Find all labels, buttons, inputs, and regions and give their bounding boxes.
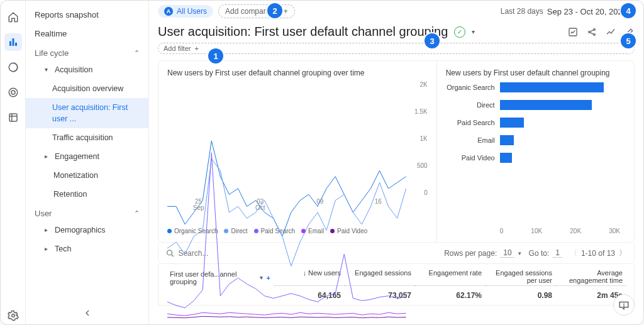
- bar-row: Paid Search: [446, 118, 620, 128]
- bar-label: Organic Search: [446, 84, 495, 91]
- library-icon[interactable]: [4, 109, 22, 126]
- svg-point-13: [624, 306, 625, 307]
- chevron-left-icon[interactable]: 〈: [570, 248, 577, 258]
- goto-value[interactable]: 1: [553, 248, 562, 258]
- chart-title: New users by First user default channel …: [167, 69, 428, 77]
- svg-point-11: [594, 33, 596, 35]
- reports-icon[interactable]: [4, 33, 22, 51]
- segment-all-users[interactable]: A All Users: [158, 5, 213, 18]
- callout-3: 3: [425, 33, 440, 48]
- sidebar-tech[interactable]: ▸ Tech: [26, 240, 148, 258]
- bar-chart-plot: Organic SearchDirectPaid SearchEmailPaid…: [446, 82, 625, 226]
- gear-icon[interactable]: [4, 307, 22, 324]
- sidebar-section-label: User: [35, 209, 52, 218]
- caret-right-icon: ▸: [45, 151, 52, 162]
- bar-label: Direct: [446, 101, 495, 109]
- sidebar-engagement[interactable]: ▸ Engagement: [26, 147, 148, 166]
- page-title: User acquisition: First user default cha…: [158, 25, 448, 39]
- plus-icon: +: [194, 45, 198, 52]
- svg-rect-6: [9, 114, 17, 121]
- bar-row: Direct: [446, 100, 620, 110]
- sidebar-traffic-acq[interactable]: Traffic acquisition: [26, 128, 148, 147]
- sidebar-item-label: Engagement: [55, 151, 99, 162]
- bar-chart-card: New users by First user default channel …: [437, 61, 634, 242]
- bar-label: Email: [446, 136, 495, 144]
- sidebar-realtime[interactable]: Realtime: [26, 25, 148, 43]
- page-range: 1-10 of 13: [581, 249, 615, 258]
- col-avg-time[interactable]: Average engagement time: [556, 269, 626, 286]
- chevron-up-icon: ⌃: [134, 49, 140, 57]
- segment-badge-icon: A: [164, 7, 173, 16]
- sidebar-demographics[interactable]: ▸ Demographics: [26, 221, 148, 240]
- x-axis-ticks: 25Sep 02Oct 09 16: [167, 199, 408, 211]
- explore-icon[interactable]: [4, 58, 22, 76]
- bar-row: Organic Search: [446, 82, 620, 92]
- chevron-down-icon[interactable]: ▾: [472, 28, 475, 35]
- bar-x-axis: 0 10K 20K 30K: [500, 228, 625, 234]
- segment-label: All Users: [177, 7, 207, 16]
- caret-down-icon: ▾: [45, 64, 52, 75]
- cell-engagement-rate: 62.17%: [415, 291, 486, 300]
- sidebar-acq-overview[interactable]: Acquisition overview: [26, 79, 148, 98]
- svg-point-10: [594, 28, 596, 30]
- sidebar-section-lifecycle[interactable]: Life cycle ⌃: [26, 43, 148, 60]
- sidebar-monetization[interactable]: Monetization: [26, 166, 148, 185]
- status-check-icon[interactable]: ✓: [454, 26, 465, 38]
- date-range-picker[interactable]: Last 28 days Sep 23 - Oct 20, 2022 ▾: [501, 7, 635, 16]
- sidebar-retention[interactable]: Retention: [26, 185, 148, 204]
- col-engagement-rate[interactable]: Engagement rate: [415, 269, 486, 286]
- plus-icon: +: [284, 7, 288, 16]
- svg-rect-0: [9, 41, 11, 47]
- col-sessions-per-user[interactable]: Engaged sessions per user: [486, 269, 556, 286]
- date-range-prefix: Last 28 days: [501, 7, 543, 16]
- sidebar-item-label: Tech: [55, 243, 71, 255]
- trend-icon[interactable]: [606, 27, 616, 37]
- rows-per-page-label: Rows per page:: [444, 249, 497, 258]
- svg-point-5: [9, 88, 18, 97]
- svg-point-7: [11, 314, 14, 317]
- bar-row: Paid Video: [446, 153, 620, 163]
- callout-1: 1: [208, 48, 223, 63]
- chevron-right-icon[interactable]: 〉: [619, 248, 626, 258]
- add-comparison-button[interactable]: Add comparison +: [218, 4, 295, 18]
- share-icon[interactable]: [587, 27, 597, 37]
- sidebar: Reports snapshot Realtime Life cycle ⌃ ▾…: [26, 1, 149, 324]
- feedback-button[interactable]: [613, 294, 635, 316]
- callout-4: 4: [621, 3, 636, 18]
- bar-label: Paid Search: [446, 119, 495, 126]
- svg-rect-2: [15, 43, 17, 46]
- svg-rect-8: [569, 28, 577, 36]
- svg-rect-1: [12, 38, 14, 46]
- chevron-up-icon: ⌃: [134, 209, 140, 218]
- bar-row: Email: [446, 135, 620, 145]
- sidebar-acquisition[interactable]: ▾ Acquisition: [26, 60, 148, 79]
- goto-label: Go to:: [529, 249, 550, 258]
- sidebar-section-label: Life cycle: [35, 48, 69, 58]
- cell-sessions-per-user: 0.98: [486, 291, 556, 300]
- date-range-value: Sep 23 - Oct 20, 2022: [547, 7, 627, 16]
- caret-right-icon: ▸: [45, 224, 52, 236]
- add-filter-button[interactable]: Add filter +: [158, 43, 635, 54]
- sidebar-section-user[interactable]: User ⌃: [26, 204, 148, 221]
- sidebar-user-acquisition[interactable]: User acquisition: First user ...: [26, 98, 148, 128]
- sidebar-item-label: Acquisition: [55, 64, 92, 75]
- line-chart-card: New users by First user default channel …: [158, 61, 437, 242]
- insights-icon[interactable]: [568, 27, 578, 37]
- chevron-down-icon: ▾: [518, 250, 521, 256]
- rows-per-page-value[interactable]: 10: [501, 248, 514, 258]
- chart-title: New users by First user default channel …: [446, 69, 625, 77]
- main-content: A All Users Add comparison + Last 28 day…: [149, 1, 643, 324]
- callout-2: 2: [267, 3, 282, 18]
- home-icon[interactable]: [4, 8, 22, 26]
- collapse-sidebar-icon[interactable]: [82, 308, 92, 318]
- add-filter-label: Add filter: [164, 45, 191, 52]
- ads-icon[interactable]: [4, 84, 22, 101]
- y-axis-ticks: 2K 1.5K 1K 500 0: [408, 81, 428, 196]
- svg-point-9: [589, 31, 591, 33]
- sidebar-item-label: Demographics: [55, 224, 106, 236]
- bar-label: Paid Video: [446, 154, 495, 162]
- nav-rail: [1, 1, 26, 324]
- sidebar-reports-snapshot[interactable]: Reports snapshot: [26, 6, 148, 25]
- svg-point-4: [11, 91, 15, 94]
- callout-5: 5: [621, 33, 636, 48]
